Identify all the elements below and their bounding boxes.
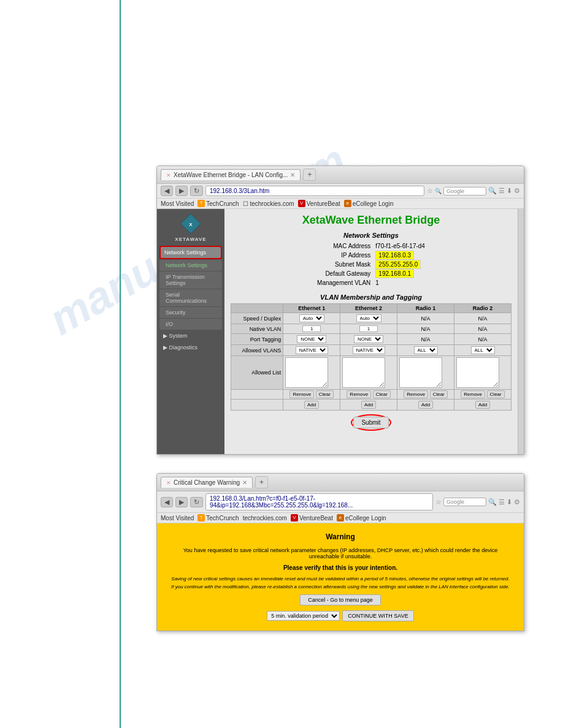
- allowed-list-e1-textarea[interactable]: [285, 357, 328, 388]
- bottom-settings-icon[interactable]: ⚙: [514, 498, 520, 506]
- default-gateway-value[interactable]: 192.168.0.1: [373, 269, 427, 278]
- speed-duplex-e1-select[interactable]: Auto: [299, 314, 324, 322]
- bookmark-techrockies[interactable]: ☐ techrockies.com: [243, 200, 294, 207]
- allowed-list-label: Allowed List: [231, 356, 283, 390]
- forward-button[interactable]: ▶: [175, 186, 188, 196]
- sidebar-item-io[interactable]: I/O: [159, 319, 222, 330]
- bookmark-star-icon[interactable]: ☆: [427, 187, 433, 195]
- bottom-bookmark-techcrunch[interactable]: T TechCrunch: [197, 514, 239, 521]
- ecollege-icon: e: [344, 200, 351, 207]
- validation-period-select[interactable]: 5 min. validation period: [267, 611, 340, 621]
- bottom-bookmark-most-visited[interactable]: Most Visited: [161, 515, 194, 521]
- allowed-vlans-r1[interactable]: ALL: [397, 345, 454, 356]
- warning-tab-close-icon[interactable]: ✕: [242, 479, 247, 486]
- allowed-vlans-r2[interactable]: ALL: [454, 345, 511, 356]
- bottom-search-icon[interactable]: 🔍: [488, 498, 497, 506]
- allowed-vlans-r2-select[interactable]: ALL: [471, 346, 495, 354]
- reload-button[interactable]: ↻: [190, 186, 203, 196]
- sidebar-item-ip-transmission[interactable]: IP Transmission Settings: [159, 271, 222, 289]
- r2-add-button[interactable]: Add: [475, 401, 490, 409]
- search-input[interactable]: Google: [443, 187, 486, 195]
- native-vlan-e2-input[interactable]: [359, 325, 378, 332]
- ip-address-value[interactable]: 192.168.0.3: [373, 251, 427, 260]
- e2-remove-button[interactable]: Remove: [347, 390, 371, 398]
- allowed-vlans-e1-select[interactable]: NATIVE: [296, 346, 328, 354]
- bookmark-ecollege[interactable]: e eCollege Login: [344, 200, 394, 207]
- sidebar-item-system[interactable]: ▶ System: [159, 330, 222, 341]
- warning-active-tab[interactable]: ✕ Critical Change Warning ✕: [161, 477, 253, 488]
- sidebar-item-serial-comms[interactable]: Serial Communications: [159, 289, 222, 306]
- cancel-button[interactable]: Cancel - Go to menu page: [300, 594, 381, 605]
- r1-remove-button[interactable]: Remove: [404, 390, 428, 398]
- e2-add-button[interactable]: Add: [361, 401, 376, 409]
- e2-clear-button[interactable]: Clear: [373, 390, 391, 398]
- allowed-vlans-e2-select[interactable]: NATIVE: [353, 346, 385, 354]
- download-icon: ⬇: [507, 187, 512, 195]
- r1-remove-clear: Remove Clear: [397, 390, 454, 400]
- vlan-row-native-vlan: Native VLAN N/A N/A: [231, 324, 511, 334]
- sidebar-item-network-settings[interactable]: Network Settings: [159, 246, 222, 259]
- top-browser-scrollbar[interactable]: [518, 209, 524, 454]
- e1-add-button[interactable]: Add: [304, 401, 319, 409]
- bottom-address-input[interactable]: 192.168.0.3/Lan.htm?c=f0-f1-e5-0f-17-94&…: [205, 493, 433, 510]
- bottom-search-input[interactable]: Google: [443, 498, 486, 506]
- port-tagging-e1-select[interactable]: NONE: [297, 335, 326, 343]
- sidebar-item-network-settings-sub[interactable]: Network Settings: [159, 260, 222, 271]
- vlan-row-remove-clear: Remove Clear Remove Clear Remove Clear: [231, 390, 511, 400]
- bottom-reload-button[interactable]: ↻: [190, 497, 203, 507]
- submit-button[interactable]: Submit: [353, 417, 388, 428]
- mac-address-value: f70-f1-e5-6f-17-d4: [373, 241, 427, 251]
- xetawave-logo-icon: X: [180, 213, 202, 235]
- port-tagging-e1[interactable]: NONE: [283, 334, 340, 345]
- port-tagging-e2[interactable]: NONE: [340, 334, 397, 345]
- sidebar-item-diagnostics[interactable]: ▶ Diagnostics: [159, 342, 222, 353]
- allowed-list-r1-textarea[interactable]: [399, 357, 442, 388]
- warning-new-tab-button[interactable]: +: [255, 476, 268, 488]
- bottom-forward-button[interactable]: ▶: [175, 497, 188, 507]
- logo-text: XETAWAVE: [159, 237, 222, 242]
- r1-clear-button[interactable]: Clear: [430, 390, 448, 398]
- new-tab-button[interactable]: +: [303, 169, 316, 181]
- allowed-vlans-e2[interactable]: NATIVE: [340, 345, 397, 356]
- speed-duplex-e1[interactable]: Auto: [283, 313, 340, 324]
- bookmark-venturebeat[interactable]: V VentureBeat: [298, 200, 340, 207]
- e1-remove-button[interactable]: Remove: [289, 390, 314, 398]
- speed-duplex-r2: N/A: [454, 313, 511, 324]
- continue-save-button[interactable]: CONTINUE WITH SAVE: [342, 610, 413, 621]
- venturebeat-icon: V: [298, 200, 305, 207]
- bookmark-techcrunch[interactable]: T TechCrunch: [197, 200, 239, 207]
- sidebar-item-security[interactable]: Security: [159, 307, 222, 318]
- sidebar-network-settings-sub-label: Network Settings: [166, 262, 207, 268]
- allowed-vlans-r1-select[interactable]: ALL: [414, 346, 438, 354]
- allowed-list-e2-textarea[interactable]: [342, 357, 385, 388]
- speed-duplex-e2-select[interactable]: Auto: [356, 314, 381, 322]
- warning-content-area: Warning You have requested to save criti…: [157, 523, 524, 631]
- active-tab[interactable]: ✕ XetaWave Ethernet Bridge - LAN Config.…: [161, 169, 301, 180]
- allowed-list-r2-textarea[interactable]: [456, 357, 499, 388]
- bottom-download-icon: ⬇: [507, 498, 512, 506]
- r2-remove-button[interactable]: Remove: [461, 390, 485, 398]
- bottom-bookmark-venturebeat[interactable]: V VentureBeat: [291, 514, 333, 521]
- tab-close-icon[interactable]: ✕: [290, 172, 295, 178]
- port-tagging-e2-select[interactable]: NONE: [354, 335, 383, 343]
- native-vlan-e1[interactable]: [283, 324, 340, 334]
- bottom-bookmark-ecollege[interactable]: e eCollege Login: [337, 514, 386, 521]
- native-vlan-e1-input[interactable]: [302, 325, 321, 332]
- bottom-menu-icon[interactable]: ☰: [499, 498, 505, 506]
- search-icon[interactable]: 🔍: [488, 187, 497, 195]
- subnet-mask-value[interactable]: 255.255.255.0: [373, 260, 427, 269]
- r1-add-button[interactable]: Add: [418, 401, 433, 409]
- menu-icon[interactable]: ☰: [499, 187, 505, 195]
- bookmark-most-visited[interactable]: Most Visited: [161, 200, 194, 207]
- bottom-bookmark-techrockies[interactable]: techrockies.com: [243, 515, 287, 521]
- bottom-back-button[interactable]: ◀: [161, 497, 173, 507]
- settings-icon[interactable]: ⚙: [514, 187, 520, 195]
- native-vlan-e2[interactable]: [340, 324, 397, 334]
- address-input[interactable]: 192.168.0.3/3Lan.htm: [205, 186, 424, 196]
- bottom-bookmark-star-icon[interactable]: ☆: [435, 498, 442, 506]
- speed-duplex-e2[interactable]: Auto: [340, 313, 397, 324]
- e1-clear-button[interactable]: Clear: [316, 390, 334, 398]
- allowed-vlans-e1[interactable]: NATIVE: [283, 345, 340, 356]
- r2-clear-button[interactable]: Clear: [487, 390, 505, 398]
- back-button[interactable]: ◀: [161, 186, 173, 196]
